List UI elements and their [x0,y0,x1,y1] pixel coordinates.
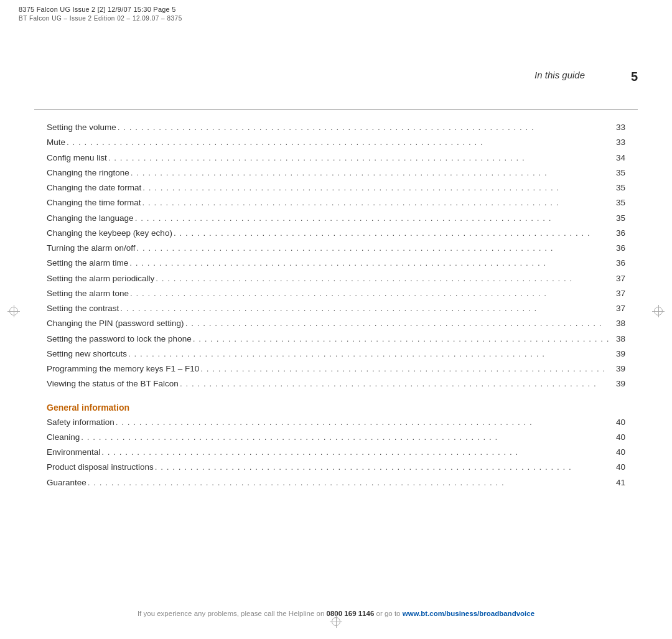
toc-label: Product disposal instructions [47,461,154,473]
toc-page: 41 [610,477,625,489]
toc-item: Changing the keybeep (key echo) 36 [47,227,625,240]
toc-item: Changing the time format 35 [47,197,625,210]
toc-dots [118,121,609,134]
toc-page: 39 [610,378,625,390]
toc-dots [142,182,609,195]
toc-item: Guarantee 41 [47,477,625,490]
toc-dots [193,333,609,346]
toc-dots [131,167,609,180]
footer-text-mid: or go to [374,610,402,617]
toc-item: Setting the alarm periodically 37 [47,273,625,286]
toc-page: 37 [610,287,625,300]
toc-item: Setting the contrast 37 [47,302,625,315]
toc-label: Setting the volume [47,121,116,134]
toc-page: 33 [610,136,625,149]
toc-dots [88,477,609,490]
toc-dots [120,302,609,315]
section-label: In this guide [534,70,585,80]
toc-item: Setting the alarm time 36 [47,257,625,270]
toc-item: Safety information 40 [47,416,625,429]
toc-dots [137,242,609,255]
toc-item: Changing the ringtone 35 [47,167,625,180]
toc-item: Cleaning 40 [47,431,625,444]
toc-dots [130,287,609,301]
toc-item: Setting the volume 33 [47,121,625,134]
toc-label: Changing the ringtone [47,167,129,179]
toc-dots [200,363,609,376]
toc-dots [155,461,609,474]
toc-label: Changing the PIN (password setting) [47,317,184,330]
toc-item: Mute 33 [47,136,625,149]
toc-page: 36 [610,227,625,240]
toc-dots [128,348,609,361]
toc-label: Guarantee [47,477,86,489]
toc-item: Changing the PIN (password setting) 38 [47,317,625,330]
toc-label: Setting new shortcuts [47,348,127,360]
toc-item: Changing the language 35 [47,212,625,225]
toc-dots [81,431,609,444]
toc-page: 40 [610,431,625,444]
toc-label: Config menu list [47,152,107,164]
toc-item: Setting new shortcuts 39 [47,348,625,361]
toc-page: 36 [610,242,625,254]
registration-mark-right [652,305,665,317]
toc-page: 39 [610,348,625,360]
toc-label: Programming the memory keys F1 – F10 [47,363,199,375]
toc-label: Cleaning [47,431,80,444]
divider [34,109,638,110]
toc-page: 40 [610,416,625,429]
page-header: 8375 Falcon UG Issue 2 [2] 12/9/07 15:30… [19,5,653,22]
toc-page: 38 [610,333,625,345]
toc-dots [142,197,609,210]
toc-section: Setting the volume 33 Mute 33 Config men… [47,121,625,492]
page-number: 5 [631,70,638,84]
toc-label: Turning the alarm on/off [47,242,136,254]
toc-item: Setting the alarm tone 37 [47,287,625,301]
toc-page: 37 [610,273,625,285]
toc-item: Turning the alarm on/off 36 [47,242,625,255]
toc-label: Setting the alarm tone [47,287,129,300]
toc-item: Setting the password to lock the phone 3… [47,333,625,346]
toc-page: 35 [610,212,625,225]
toc-dots [67,136,609,149]
toc-dots [185,317,609,330]
toc-page: 35 [610,182,625,194]
toc-dots [174,227,609,240]
toc-item: Viewing the status of the BT Falcon 39 [47,378,625,391]
header-line2: BT Falcon UG – Issue 2 Edition 02 – 12.0… [19,14,653,22]
toc-dots [135,212,609,225]
footer-text-before: If you experience any problems, please c… [138,610,327,617]
toc-label: Setting the alarm periodically [47,273,154,285]
toc-label: Changing the keybeep (key echo) [47,227,172,240]
toc-page: 35 [610,197,625,209]
toc-label: Environmental [47,446,100,459]
toc-item: Programming the memory keys F1 – F10 39 [47,363,625,376]
toc-label: Changing the time format [47,197,141,209]
toc-item: Changing the date format 35 [47,182,625,195]
toc-label: Setting the alarm time [47,257,128,269]
toc-page: 34 [610,152,625,164]
toc-item: Environmental 40 [47,446,625,459]
toc-page: 36 [610,257,625,269]
toc-page: 37 [610,302,625,315]
toc-page: 38 [610,317,625,330]
toc-label: Setting the password to lock the phone [47,333,192,345]
toc-dots [156,273,609,286]
section-heading-general: General information [47,403,625,413]
toc-label: Changing the date format [47,182,141,194]
toc-item: Config menu list 34 [47,152,625,165]
toc-label: Safety information [47,416,114,429]
registration-mark-left [7,305,20,317]
toc-page: 35 [610,167,625,179]
registration-mark-bottom [330,615,342,628]
toc-page: 40 [610,446,625,459]
toc-label: Mute [47,136,65,149]
toc-page: 33 [610,121,625,134]
toc-label: Changing the language [47,212,134,225]
toc-item: Product disposal instructions 40 [47,461,625,474]
footer-url: www.bt.com/business/broadbandvoice [403,610,534,617]
toc-label: Setting the contrast [47,302,119,315]
toc-page: 40 [610,461,625,473]
toc-dots [129,257,609,270]
toc-dots [116,416,609,429]
